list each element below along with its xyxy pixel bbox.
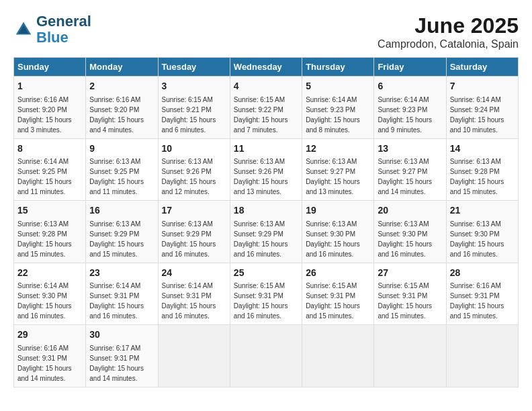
day-cell (302, 325, 374, 387)
day-info: Sunrise: 6:14 AMSunset: 9:30 PMDaylight:… (17, 281, 82, 321)
day-info: Sunrise: 6:15 AMSunset: 9:31 PMDaylight:… (378, 281, 442, 321)
day-cell: 3Sunrise: 6:15 AMSunset: 9:21 PMDaylight… (158, 77, 230, 139)
day-cell: 26Sunrise: 6:15 AMSunset: 9:31 PMDayligh… (302, 263, 374, 325)
week-row-0: 1Sunrise: 6:16 AMSunset: 9:20 PMDaylight… (14, 77, 519, 139)
day-cell: 23Sunrise: 6:14 AMSunset: 9:31 PMDayligh… (86, 263, 158, 325)
day-cell: 15Sunrise: 6:13 AMSunset: 9:28 PMDayligh… (14, 201, 86, 263)
day-cell: 4Sunrise: 6:15 AMSunset: 9:22 PMDaylight… (230, 77, 302, 139)
day-number: 29 (17, 328, 82, 342)
day-number: 18 (234, 204, 298, 218)
day-number: 17 (162, 204, 226, 218)
day-cell (374, 325, 446, 387)
day-number: 12 (306, 142, 370, 156)
week-row-1: 8Sunrise: 6:14 AMSunset: 9:25 PMDaylight… (14, 138, 519, 201)
logo-line1: General (36, 13, 91, 30)
header-thursday: Thursday (302, 58, 374, 77)
day-number: 27 (378, 267, 442, 280)
day-info: Sunrise: 6:13 AMSunset: 9:27 PMDaylight:… (378, 156, 442, 197)
day-cell: 25Sunrise: 6:15 AMSunset: 9:31 PMDayligh… (230, 263, 302, 325)
header-tuesday: Tuesday (158, 58, 230, 77)
week-row-3: 22Sunrise: 6:14 AMSunset: 9:30 PMDayligh… (14, 263, 519, 325)
day-number: 16 (89, 204, 154, 218)
day-number: 20 (378, 204, 442, 218)
day-cell: 12Sunrise: 6:13 AMSunset: 9:27 PMDayligh… (302, 138, 374, 201)
header-monday: Monday (86, 58, 158, 77)
week-row-2: 15Sunrise: 6:13 AMSunset: 9:28 PMDayligh… (14, 201, 519, 263)
day-info: Sunrise: 6:13 AMSunset: 9:29 PMDaylight:… (162, 219, 226, 259)
day-cell: 9Sunrise: 6:13 AMSunset: 9:25 PMDaylight… (86, 138, 158, 201)
day-number: 25 (234, 267, 298, 280)
day-cell: 6Sunrise: 6:14 AMSunset: 9:23 PMDaylight… (374, 77, 446, 139)
day-number: 28 (450, 267, 515, 280)
day-info: Sunrise: 6:13 AMSunset: 9:26 PMDaylight:… (234, 156, 298, 197)
day-info: Sunrise: 6:13 AMSunset: 9:30 PMDaylight:… (306, 219, 370, 259)
day-info: Sunrise: 6:15 AMSunset: 9:31 PMDaylight:… (234, 281, 298, 321)
day-number: 2 (89, 80, 154, 93)
day-number: 22 (17, 267, 82, 280)
day-number: 1 (17, 80, 82, 93)
logo-icon (13, 19, 34, 40)
day-number: 13 (378, 142, 442, 156)
day-cell: 13Sunrise: 6:13 AMSunset: 9:27 PMDayligh… (374, 138, 446, 201)
day-number: 11 (234, 142, 298, 156)
day-info: Sunrise: 6:17 AMSunset: 9:31 PMDaylight:… (89, 343, 154, 383)
day-cell: 5Sunrise: 6:14 AMSunset: 9:23 PMDaylight… (302, 77, 374, 139)
day-info: Sunrise: 6:13 AMSunset: 9:30 PMDaylight:… (450, 219, 515, 259)
day-cell: 21Sunrise: 6:13 AMSunset: 9:30 PMDayligh… (446, 201, 518, 263)
day-info: Sunrise: 6:16 AMSunset: 9:20 PMDaylight:… (89, 95, 154, 135)
day-cell: 7Sunrise: 6:14 AMSunset: 9:24 PMDaylight… (446, 77, 518, 139)
day-cell: 29Sunrise: 6:16 AMSunset: 9:31 PMDayligh… (14, 325, 86, 387)
day-cell: 20Sunrise: 6:13 AMSunset: 9:30 PMDayligh… (374, 201, 446, 263)
header-sunday: Sunday (14, 58, 86, 77)
day-number: 23 (89, 267, 154, 280)
day-info: Sunrise: 6:15 AMSunset: 9:31 PMDaylight:… (306, 281, 370, 321)
day-cell: 2Sunrise: 6:16 AMSunset: 9:20 PMDaylight… (86, 77, 158, 139)
day-number: 3 (162, 80, 226, 93)
day-cell: 24Sunrise: 6:14 AMSunset: 9:31 PMDayligh… (158, 263, 230, 325)
calendar-header: SundayMondayTuesdayWednesdayThursdayFrid… (14, 58, 519, 77)
day-number: 9 (89, 142, 154, 156)
day-info: Sunrise: 6:13 AMSunset: 9:26 PMDaylight:… (162, 156, 226, 197)
day-cell: 11Sunrise: 6:13 AMSunset: 9:26 PMDayligh… (230, 138, 302, 201)
day-info: Sunrise: 6:13 AMSunset: 9:28 PMDaylight:… (450, 156, 515, 197)
header-row: SundayMondayTuesdayWednesdayThursdayFrid… (14, 58, 519, 77)
day-cell: 10Sunrise: 6:13 AMSunset: 9:26 PMDayligh… (158, 138, 230, 201)
title-block: June 2025 Camprodon, Catalonia, Spain (378, 13, 519, 50)
day-info: Sunrise: 6:13 AMSunset: 9:28 PMDaylight:… (17, 219, 82, 259)
day-info: Sunrise: 6:14 AMSunset: 9:24 PMDaylight:… (450, 95, 515, 135)
week-row-4: 29Sunrise: 6:16 AMSunset: 9:31 PMDayligh… (14, 325, 519, 387)
day-cell: 28Sunrise: 6:16 AMSunset: 9:31 PMDayligh… (446, 263, 518, 325)
calendar-table: SundayMondayTuesdayWednesdayThursdayFrid… (13, 57, 519, 387)
day-number: 24 (162, 267, 226, 280)
header-wednesday: Wednesday (230, 58, 302, 77)
day-cell: 27Sunrise: 6:15 AMSunset: 9:31 PMDayligh… (374, 263, 446, 325)
day-number: 15 (17, 204, 82, 218)
day-cell: 1Sunrise: 6:16 AMSunset: 9:20 PMDaylight… (14, 77, 86, 139)
header-saturday: Saturday (446, 58, 518, 77)
day-number: 7 (450, 80, 515, 93)
day-cell: 8Sunrise: 6:14 AMSunset: 9:25 PMDaylight… (14, 138, 86, 201)
day-info: Sunrise: 6:14 AMSunset: 9:23 PMDaylight:… (306, 95, 370, 135)
day-cell: 18Sunrise: 6:13 AMSunset: 9:29 PMDayligh… (230, 201, 302, 263)
day-number: 21 (450, 204, 515, 218)
day-info: Sunrise: 6:16 AMSunset: 9:20 PMDaylight:… (17, 95, 82, 135)
day-info: Sunrise: 6:16 AMSunset: 9:31 PMDaylight:… (17, 343, 82, 383)
header: General Blue June 2025 Camprodon, Catalo… (13, 13, 519, 50)
day-cell (230, 325, 302, 387)
day-number: 26 (306, 267, 370, 280)
day-cell: 17Sunrise: 6:13 AMSunset: 9:29 PMDayligh… (158, 201, 230, 263)
calendar-subtitle: Camprodon, Catalonia, Spain (378, 38, 519, 50)
day-info: Sunrise: 6:15 AMSunset: 9:22 PMDaylight:… (234, 95, 298, 135)
day-cell (158, 325, 230, 387)
day-number: 8 (17, 142, 82, 156)
day-info: Sunrise: 6:13 AMSunset: 9:25 PMDaylight:… (89, 156, 154, 197)
day-info: Sunrise: 6:13 AMSunset: 9:29 PMDaylight:… (234, 219, 298, 259)
day-number: 30 (89, 328, 154, 342)
day-number: 14 (450, 142, 515, 156)
calendar-body: 1Sunrise: 6:16 AMSunset: 9:20 PMDaylight… (14, 77, 519, 387)
day-info: Sunrise: 6:14 AMSunset: 9:25 PMDaylight:… (17, 156, 82, 197)
day-number: 6 (378, 80, 442, 93)
day-cell: 16Sunrise: 6:13 AMSunset: 9:29 PMDayligh… (86, 201, 158, 263)
day-number: 4 (234, 80, 298, 93)
day-info: Sunrise: 6:14 AMSunset: 9:31 PMDaylight:… (89, 281, 154, 321)
